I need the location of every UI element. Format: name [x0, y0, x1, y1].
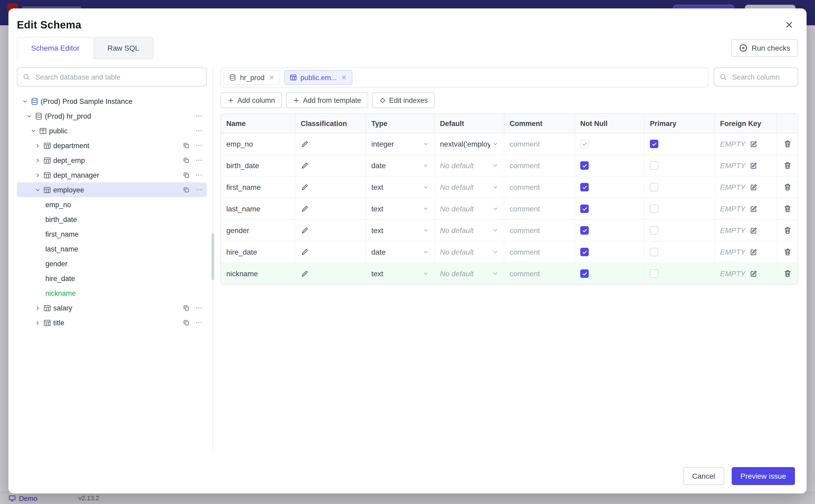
copy-icon[interactable] — [182, 171, 190, 179]
primary-key-checkbox[interactable] — [650, 248, 658, 256]
classification-edit-icon[interactable] — [301, 248, 308, 256]
classification-edit-icon[interactable] — [301, 183, 308, 191]
column-name-field[interactable]: hire_date — [226, 248, 257, 256]
close-button[interactable] — [782, 18, 796, 32]
type-select[interactable]: text — [365, 263, 434, 284]
editor-tab-hr-prod[interactable]: hr_prod — [224, 70, 280, 85]
foreign-key-edit-icon[interactable] — [750, 270, 758, 278]
more-options-icon[interactable] — [195, 142, 202, 149]
not-null-checkbox[interactable] — [580, 183, 589, 191]
column-name-field[interactable]: emp_no — [226, 140, 253, 148]
tree-column-hire-date[interactable]: hire_date — [17, 271, 207, 286]
more-options-icon[interactable] — [195, 171, 202, 179]
chevron-down-icon[interactable] — [25, 113, 33, 119]
database-table-search-input[interactable] — [34, 72, 201, 81]
tree-node-prod-hr-prod[interactable]: (Prod) hr_prod — [17, 109, 207, 123]
tree-node-prod-prod-sample-instance[interactable]: (Prod) Prod Sample Instance — [17, 94, 207, 109]
classification-edit-icon[interactable] — [301, 140, 308, 148]
chevron-right-icon[interactable] — [34, 320, 42, 326]
tree-node-employee[interactable]: employee — [17, 182, 207, 197]
foreign-key-edit-icon[interactable] — [750, 183, 758, 191]
classification-edit-icon[interactable] — [301, 226, 308, 234]
chevron-right-icon[interactable] — [34, 143, 42, 148]
not-null-checkbox[interactable] — [580, 205, 589, 213]
default-select[interactable]: No default — [434, 198, 504, 219]
foreign-key-edit-icon[interactable] — [750, 205, 758, 213]
not-null-checkbox[interactable] — [580, 248, 589, 256]
edit-indexes-button[interactable]: Edit indexes — [372, 92, 435, 108]
more-options-icon[interactable] — [195, 112, 202, 120]
classification-edit-icon[interactable] — [301, 205, 308, 213]
delete-column-icon[interactable] — [783, 205, 792, 213]
delete-column-icon[interactable] — [783, 183, 792, 191]
editor-tab-public-em[interactable]: public.em... — [284, 70, 352, 85]
primary-key-checkbox[interactable] — [650, 226, 658, 235]
default-select[interactable]: No default — [434, 220, 504, 241]
copy-icon[interactable] — [182, 319, 190, 326]
primary-key-checkbox[interactable] — [650, 140, 658, 148]
foreign-key-edit-icon[interactable] — [750, 226, 758, 234]
tree-column-birth-date[interactable]: birth_date — [17, 212, 207, 227]
delete-column-icon[interactable] — [783, 226, 792, 235]
tree-column-gender[interactable]: gender — [17, 256, 207, 271]
comment-input[interactable]: comment — [504, 198, 575, 219]
foreign-key-edit-icon[interactable] — [750, 248, 758, 256]
not-null-checkbox[interactable] — [580, 226, 589, 235]
chevron-right-icon[interactable] — [34, 172, 42, 178]
classification-edit-icon[interactable] — [301, 162, 308, 169]
column-name-field[interactable]: last_name — [226, 205, 260, 213]
primary-key-checkbox[interactable] — [650, 269, 658, 278]
copy-icon[interactable] — [182, 157, 190, 164]
column-name-field[interactable]: first_name — [226, 183, 261, 191]
type-select[interactable]: text — [365, 198, 434, 219]
tree-scrollbar-thumb[interactable] — [211, 234, 214, 280]
run-checks-button[interactable]: Run checks — [731, 39, 798, 57]
add-from-template-button[interactable]: Add from template — [286, 92, 368, 108]
copy-icon[interactable] — [182, 186, 190, 193]
tree-node-department[interactable]: department — [17, 138, 207, 153]
comment-input[interactable]: comment — [504, 263, 575, 284]
comment-input[interactable]: comment — [504, 220, 575, 241]
not-null-checkbox[interactable] — [580, 161, 589, 170]
tree-node-dept-manager[interactable]: dept_manager — [17, 168, 207, 182]
default-select[interactable]: No default — [434, 241, 504, 263]
more-options-icon[interactable] — [195, 157, 202, 164]
chevron-right-icon[interactable] — [34, 305, 42, 311]
add-column-button[interactable]: Add column — [220, 92, 282, 108]
copy-icon[interactable] — [182, 304, 190, 312]
chevron-down-icon[interactable] — [34, 187, 42, 193]
more-options-icon[interactable] — [195, 186, 202, 193]
primary-key-checkbox[interactable] — [650, 183, 658, 191]
tree-column-first-name[interactable]: first_name — [17, 227, 207, 241]
default-select[interactable]: No default — [434, 177, 504, 198]
default-select[interactable]: No default — [434, 263, 504, 284]
tree-node-dept-emp[interactable]: dept_emp — [17, 153, 207, 168]
column-name-field[interactable]: gender — [226, 226, 249, 235]
comment-input[interactable]: comment — [504, 177, 575, 198]
chevron-down-icon[interactable] — [21, 98, 29, 104]
chevron-right-icon[interactable] — [34, 157, 42, 163]
delete-column-icon[interactable] — [783, 248, 792, 256]
primary-key-checkbox[interactable] — [650, 161, 658, 170]
more-options-icon[interactable] — [195, 319, 202, 326]
tab-raw-sql[interactable]: Raw SQL — [93, 37, 153, 59]
type-select[interactable]: date — [365, 155, 434, 176]
delete-column-icon[interactable] — [783, 140, 792, 148]
tree-column-emp-no[interactable]: emp_no — [17, 197, 207, 212]
copy-icon[interactable] — [182, 142, 190, 149]
type-select[interactable]: integer — [365, 133, 434, 154]
tree-node-salary[interactable]: salary — [17, 301, 207, 315]
type-select[interactable]: text — [365, 177, 434, 198]
tree-column-last-name[interactable]: last_name — [17, 241, 207, 256]
delete-column-icon[interactable] — [783, 161, 792, 170]
classification-edit-icon[interactable] — [301, 270, 308, 278]
primary-key-checkbox[interactable] — [650, 205, 658, 213]
tab-schema-editor[interactable]: Schema Editor — [17, 37, 94, 59]
more-options-icon[interactable] — [195, 304, 202, 312]
comment-input[interactable]: comment — [504, 241, 575, 263]
close-tab-icon[interactable] — [340, 74, 347, 81]
more-options-icon[interactable] — [195, 127, 202, 134]
foreign-key-edit-icon[interactable] — [750, 162, 758, 169]
preview-issue-button[interactable]: Preview issue — [731, 467, 795, 485]
cancel-button[interactable]: Cancel — [683, 467, 724, 485]
